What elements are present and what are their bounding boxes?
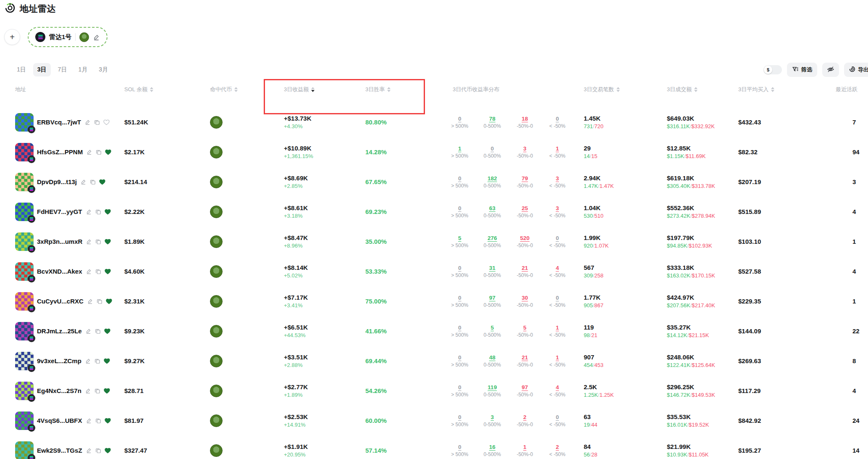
edit-icon[interactable] [86, 208, 92, 215]
distribution-count[interactable]: 182 [476, 175, 509, 182]
distribution-count[interactable]: 0 [476, 145, 509, 152]
edit-icon[interactable] [84, 119, 91, 125]
time-tab-1日[interactable]: 1日 [13, 63, 30, 76]
time-tab-3月[interactable]: 3月 [94, 63, 112, 76]
edit-icon[interactable] [80, 179, 87, 185]
favorite-icon-filled[interactable] [105, 239, 111, 245]
distribution-count[interactable]: 2 [541, 444, 574, 450]
copy-icon[interactable] [94, 388, 100, 394]
copy-icon[interactable] [97, 298, 102, 304]
distribution-count[interactable]: 1 [541, 354, 574, 361]
add-radar-button[interactable]: + [4, 29, 20, 45]
distribution-count[interactable]: 30 [509, 295, 541, 301]
distribution-count[interactable]: 0 [443, 384, 476, 390]
distribution-count[interactable]: 0 [443, 116, 476, 122]
distribution-count[interactable]: 31 [476, 265, 509, 271]
favorite-icon-filled[interactable] [99, 179, 105, 185]
copy-icon[interactable] [96, 149, 102, 155]
distribution-count[interactable]: 1 [541, 324, 574, 331]
wallet-address[interactable]: DpvDp9...t13j [37, 178, 77, 185]
wallet-address[interactable]: FdHEV7...yyGT [37, 208, 82, 215]
distribution-count[interactable]: 1 [509, 444, 541, 450]
column-header-3[interactable]: 命中代币 [200, 83, 275, 96]
distribution-count[interactable]: 5 [476, 324, 509, 331]
distribution-count[interactable]: 63 [476, 205, 509, 211]
currency-toggle[interactable]: $ [763, 65, 782, 74]
distribution-count[interactable]: 18 [509, 116, 541, 122]
wallet-address[interactable]: HfsGsZ...PPNM [37, 148, 83, 156]
copy-icon[interactable] [95, 448, 101, 454]
wallet-address[interactable]: BcvXND...Akex [37, 268, 82, 275]
radar-group-chip[interactable]: 雷达1号 [28, 27, 108, 47]
favorite-icon-filled[interactable] [105, 269, 111, 274]
distribution-count[interactable]: 0 [443, 414, 476, 420]
distribution-count[interactable]: 25 [509, 205, 541, 211]
copy-icon[interactable] [94, 358, 100, 364]
edit-icon[interactable] [87, 298, 93, 304]
hit-token-icon[interactable] [210, 176, 223, 188]
copy-icon[interactable] [95, 239, 101, 245]
sort-icon[interactable] [771, 87, 774, 92]
distribution-count[interactable]: 16 [476, 444, 509, 450]
copy-icon[interactable] [95, 418, 101, 424]
distribution-count[interactable]: 0 [541, 116, 574, 122]
distribution-count[interactable]: 21 [509, 354, 541, 361]
hit-token-icon[interactable] [210, 146, 223, 158]
sort-icon[interactable] [150, 87, 153, 92]
distribution-count[interactable]: 276 [476, 235, 509, 241]
favorite-icon-filled[interactable] [104, 388, 110, 394]
favorite-icon-filled[interactable] [105, 448, 111, 454]
column-header-7[interactable]: 3日交易笔数 [574, 83, 658, 96]
distribution-count[interactable]: 3 [476, 414, 509, 420]
distribution-count[interactable]: 5 [509, 324, 541, 331]
distribution-count[interactable]: 0 [541, 414, 574, 420]
distribution-count[interactable]: 78 [476, 116, 509, 122]
filter-button[interactable]: 筛选 [787, 63, 817, 77]
hit-token-icon[interactable] [210, 206, 223, 218]
distribution-count[interactable]: 0 [443, 444, 476, 450]
hit-token-icon[interactable] [210, 444, 223, 457]
hit-token-icon[interactable] [210, 295, 223, 308]
hit-token-icon[interactable] [210, 265, 223, 278]
wallet-address[interactable]: 9v3xeL...ZCmp [37, 357, 81, 364]
edit-icon[interactable] [85, 358, 91, 364]
edit-icon[interactable] [86, 417, 92, 424]
distribution-count[interactable]: 0 [443, 354, 476, 361]
distribution-count[interactable]: 520 [509, 235, 541, 241]
distribution-count[interactable]: 21 [509, 265, 541, 271]
distribution-count[interactable]: 0 [443, 295, 476, 301]
distribution-count[interactable]: 1 [443, 145, 476, 152]
time-tab-7日[interactable]: 7日 [54, 63, 71, 76]
column-header-9[interactable]: 3日平均买入 [733, 83, 809, 96]
copy-icon[interactable] [95, 328, 101, 334]
edit-icon[interactable] [86, 447, 92, 454]
distribution-count[interactable]: 5 [443, 235, 476, 241]
copy-icon[interactable] [90, 179, 96, 185]
wallet-address[interactable]: CuCyvU...cRXC [37, 298, 84, 305]
wallet-address[interactable]: DRJmLz...25Le [37, 327, 82, 335]
distribution-count[interactable]: 97 [476, 295, 509, 301]
edit-icon[interactable] [85, 328, 92, 334]
copy-icon[interactable] [95, 269, 101, 274]
distribution-count[interactable]: 0 [443, 205, 476, 211]
edit-icon[interactable] [85, 388, 91, 394]
sort-icon[interactable] [694, 87, 698, 92]
favorite-icon-filled[interactable] [105, 209, 111, 215]
sort-icon[interactable] [311, 87, 315, 92]
column-header-2[interactable]: SOL 余额 [124, 83, 200, 96]
column-header-4[interactable]: 3日收益额 [275, 83, 355, 96]
distribution-count[interactable]: 0 [443, 175, 476, 182]
distribution-count[interactable]: 1 [541, 145, 574, 152]
hit-token-icon[interactable] [210, 235, 223, 248]
sort-icon[interactable] [616, 87, 620, 92]
favorite-icon-filled[interactable] [104, 328, 110, 334]
wallet-address[interactable]: 4VsqS6...UBFX [37, 417, 82, 424]
distribution-count[interactable]: 79 [509, 175, 541, 182]
hit-token-icon[interactable] [210, 414, 223, 427]
time-tab-1月[interactable]: 1月 [74, 63, 92, 76]
distribution-count[interactable]: 2 [509, 414, 541, 420]
wallet-address[interactable]: 3xRp3n...umxR [37, 238, 82, 245]
hit-token-icon[interactable] [210, 116, 223, 129]
favorite-icon-filled[interactable] [106, 298, 112, 304]
sort-icon[interactable] [387, 87, 391, 92]
